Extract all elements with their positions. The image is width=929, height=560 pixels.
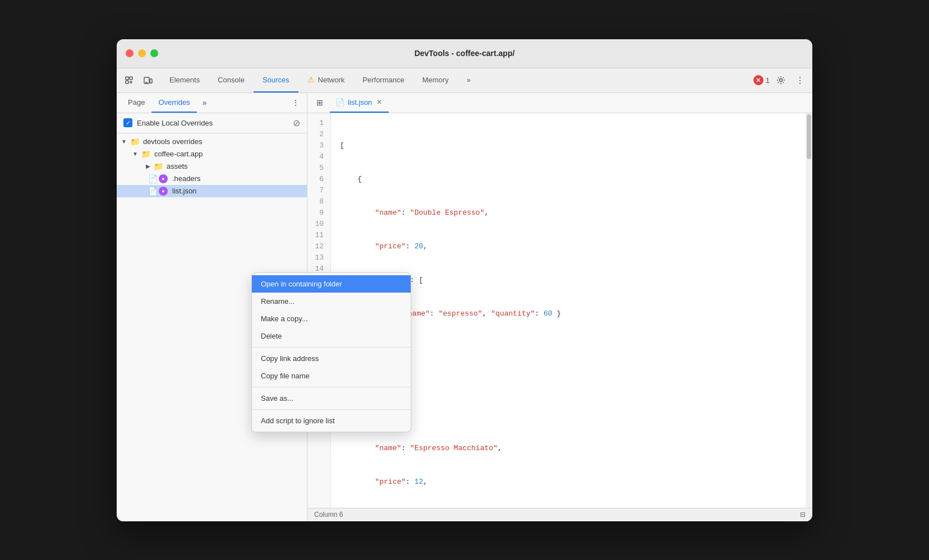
code-line-4: "price": 20, <box>340 241 812 252</box>
enable-overrides-row: ✓ Enable Local Overrides ⊘ <box>117 113 307 133</box>
editor-file-tab[interactable]: 📄 list.json ✕ <box>330 93 389 113</box>
file-icon: 📄 <box>148 187 158 196</box>
context-menu-item-copy-link[interactable]: Copy link address <box>252 350 411 367</box>
minimize-button[interactable] <box>138 49 146 57</box>
main-content: Page Overrides » ⋮ ✓ Enable Local Overri… <box>117 93 812 521</box>
code-line-1: [ <box>340 140 812 151</box>
tab-elements[interactable]: Elements <box>160 68 209 92</box>
code-line-3: "name": "Double Espresso", <box>340 207 812 219</box>
context-menu-item-copy-filename[interactable]: Copy file name <box>252 367 411 385</box>
svg-point-8 <box>780 79 783 82</box>
tab-network[interactable]: ⚠ Network <box>298 68 354 92</box>
tree-item-coffee-cart[interactable]: ▼ 📁 coffee-cart.app <box>117 148 307 160</box>
editor-file-tab-label: list.json <box>348 98 372 107</box>
code-line-10: "name": "Espresso Macchiato", <box>340 443 812 454</box>
folder-icon: 📁 <box>141 150 151 159</box>
svg-rect-6 <box>150 79 152 83</box>
tab-sources[interactable]: Sources <box>254 68 298 92</box>
window-title: DevTools - coffee-cart.app/ <box>415 49 515 58</box>
devtools-window: DevTools - coffee-cart.app/ <box>117 39 812 521</box>
folder-icon: 📁 <box>130 137 140 146</box>
code-line-11: "price": 12, <box>340 476 812 488</box>
main-wrapper: Page Overrides » ⋮ ✓ Enable Local Overri… <box>117 93 812 521</box>
chevron-down-icon: ▼ <box>121 138 127 145</box>
column-indicator: Column 6 <box>314 511 343 519</box>
context-menu-item-make-copy[interactable]: Make a copy... <box>252 310 411 327</box>
sidebar-tab-bar: Page Overrides » ⋮ <box>117 93 307 113</box>
top-tabbar: Elements Console Sources ⚠ Network Perfo… <box>117 68 812 93</box>
editor-scrollbar[interactable] <box>806 113 812 508</box>
inspect-icon[interactable] <box>121 72 137 88</box>
tabbar-icon-group <box>121 72 156 88</box>
status-bar: Column 6 ⊟ <box>307 508 812 521</box>
traffic-lights <box>126 49 158 57</box>
scrollbar-thumb[interactable] <box>807 114 811 159</box>
context-menu-item-save-as[interactable]: Save as... <box>252 390 411 407</box>
sidebar-tab-overrides[interactable]: Overrides <box>151 93 196 113</box>
context-menu-divider-1 <box>252 347 411 348</box>
file-override-badge: ● <box>159 174 168 183</box>
context-menu-item-delete[interactable]: Delete <box>252 327 411 345</box>
status-bar-icon: ⊟ <box>800 511 806 519</box>
context-menu-divider-2 <box>252 387 411 387</box>
close-button[interactable] <box>126 49 134 57</box>
svg-rect-2 <box>126 81 128 84</box>
tree-item-headers[interactable]: 📄 ● .headers <box>117 173 307 185</box>
sidebar-tab-page[interactable]: Page <box>121 93 151 113</box>
svg-rect-1 <box>130 77 132 80</box>
tree-item-devtools-overrides[interactable]: ▼ 📁 devtools overrides <box>117 136 307 148</box>
tab-performance[interactable]: Performance <box>353 68 413 92</box>
tab-memory[interactable]: Memory <box>413 68 458 92</box>
chevron-down-icon: ▼ <box>132 151 138 157</box>
editor-tab-bar: ⊞ 📄 list.json ✕ <box>307 93 812 113</box>
error-badge: ✕ <box>753 75 764 85</box>
context-menu-divider-3 <box>252 409 411 410</box>
titlebar: DevTools - coffee-cart.app/ <box>117 39 812 68</box>
network-warning-icon: ⚠ <box>307 75 315 84</box>
enable-overrides-label: Enable Local Overrides <box>137 119 213 127</box>
more-options-button[interactable]: ⋮ <box>792 72 808 88</box>
context-menu-item-ignore-list[interactable]: Add script to ignore list <box>252 412 411 429</box>
svg-rect-0 <box>126 77 128 80</box>
context-menu-item-rename[interactable]: Rename... <box>252 293 411 310</box>
maximize-button[interactable] <box>150 49 158 57</box>
tree-item-list-json[interactable]: 📄 ● list.json <box>117 185 307 197</box>
tab-console[interactable]: Console <box>209 68 254 92</box>
file-icon: 📄 <box>148 174 158 183</box>
context-menu-item-open-folder[interactable]: Open in containing folder <box>252 275 411 293</box>
chevron-right-icon: ▶ <box>146 163 150 169</box>
settings-button[interactable] <box>773 72 789 88</box>
tree-item-assets[interactable]: ▶ 📁 assets <box>117 160 307 173</box>
block-icon[interactable]: ⊘ <box>293 118 300 128</box>
enable-overrides-checkbox[interactable]: ✓ <box>123 118 132 127</box>
tabbar-right-actions: ✕ 1 ⋮ <box>753 72 808 88</box>
editor-layout-button[interactable]: ⊞ <box>312 95 328 110</box>
device-toggle-icon[interactable] <box>140 72 156 88</box>
folder-icon: 📁 <box>154 162 163 171</box>
sidebar-more-tabs-icon[interactable]: » <box>199 96 210 109</box>
editor-tab-close-button[interactable]: ✕ <box>375 97 383 107</box>
error-indicator: ✕ 1 <box>753 75 770 85</box>
file-override-badge: ● <box>159 187 168 196</box>
code-line-2: { <box>340 174 812 185</box>
file-tab-icon: 📄 <box>335 98 344 107</box>
context-menu: Open in containing folder Rename... Make… <box>251 272 411 432</box>
tab-more[interactable]: » <box>458 68 480 92</box>
error-count: 1 <box>766 76 770 85</box>
sidebar-menu-button[interactable]: ⋮ <box>289 96 302 109</box>
